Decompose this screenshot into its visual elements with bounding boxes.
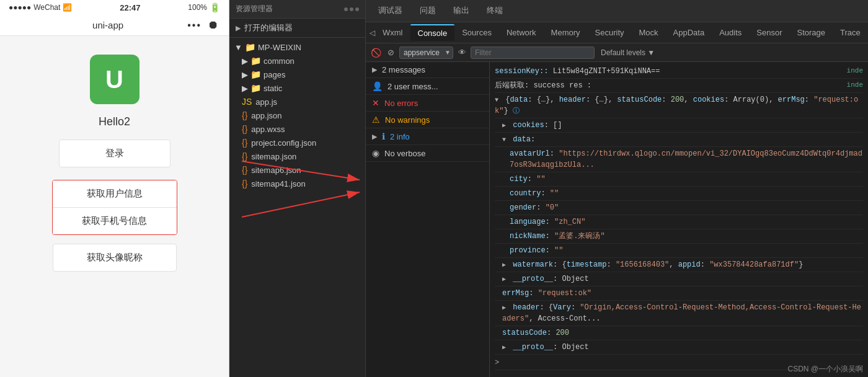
open-editor-section[interactable]: ▶ 打开的编辑器 xyxy=(229,19,365,38)
tab-memory[interactable]: Memory xyxy=(544,25,588,40)
static-folder[interactable]: ▶ 📁 static xyxy=(229,81,365,95)
file-panel-title: 资源管理器 xyxy=(236,4,273,14)
console-line-obj: ▼ {data: {…}, header: {…}, statusCode: 2… xyxy=(495,93,863,118)
tab-problems[interactable]: 问题 xyxy=(412,1,443,21)
console-line-proto2: ▶ __proto__: Object xyxy=(495,340,863,355)
file-panel-header: 资源管理器 xyxy=(229,0,365,19)
watermark-expand-arrow[interactable]: ▶ xyxy=(502,262,506,268)
get-phone-button[interactable]: 获取手机号信息 xyxy=(53,208,177,234)
projectconfig-name: project.config.json xyxy=(251,138,316,148)
msg-label-errors: No errors xyxy=(384,99,418,108)
msg-2messages[interactable]: ▶ 2 messages xyxy=(366,62,489,78)
tab-audits[interactable]: Audits xyxy=(712,25,749,40)
folder-icon-pages: 📁 xyxy=(250,69,261,79)
eye-icon[interactable]: 👁 xyxy=(456,47,468,59)
proto1-expand-arrow[interactable]: ▶ xyxy=(502,276,506,283)
dot-1 xyxy=(344,7,348,11)
sitemap41-file[interactable]: {} sitemap41.json xyxy=(229,177,365,190)
appjs-icon: JS xyxy=(242,97,252,107)
msg-info[interactable]: ▶ ℹ 2 info xyxy=(366,128,489,145)
file-panel-dots xyxy=(344,7,359,11)
msg-label-info: 2 info xyxy=(390,132,410,141)
appjs-file[interactable]: JS app.js xyxy=(229,95,365,109)
console-line-avatarurl: avatarUrl: "https://thirdwx.qlogo.cn/mmo… xyxy=(495,147,863,172)
common-label: common xyxy=(264,56,294,66)
tab-console[interactable]: Console xyxy=(410,24,455,41)
folder-arrow-mp: ▼ xyxy=(234,43,242,52)
tab-appdata[interactable]: AppData xyxy=(666,25,712,40)
console-avatarurl-text: avatarUrl: "https://thirdwx.qlogo.cn/mmo… xyxy=(510,148,863,171)
backend-link[interactable]: inde xyxy=(832,80,863,91)
tab-output[interactable]: 输出 xyxy=(446,1,477,21)
common-folder[interactable]: ▶ 📁 common xyxy=(229,54,365,68)
projectconfig-file[interactable]: {} project.config.json xyxy=(229,136,365,149)
tab-storage[interactable]: Storage xyxy=(790,25,833,40)
warning-icon: ⚠ xyxy=(372,115,380,125)
app-logo: U xyxy=(90,55,140,104)
console-right-panel: sessionKey:: Lit5w84gZNIT+591KqiNNA== in… xyxy=(490,62,868,377)
login-button[interactable]: 登录 xyxy=(59,140,170,167)
appjson-file[interactable]: {} app.json xyxy=(229,109,365,122)
more-icon[interactable]: ••• xyxy=(187,20,202,31)
sitemap41-name: sitemap41.json xyxy=(251,179,305,188)
sessionkey-link[interactable]: inde xyxy=(832,66,863,76)
appservice-select[interactable]: appservice xyxy=(399,47,453,59)
obj-expand-arrow[interactable]: ▼ xyxy=(495,97,498,104)
open-editor-arrow: ▶ xyxy=(236,24,241,32)
data-expand-arrow[interactable]: ▼ xyxy=(502,136,506,143)
get-avatar-button[interactable]: 获取头像昵称 xyxy=(53,244,177,272)
dot-3 xyxy=(355,7,359,11)
get-user-button[interactable]: 获取用户信息 xyxy=(53,180,177,208)
tab-mock[interactable]: Mock xyxy=(632,25,666,40)
filter-input[interactable] xyxy=(471,47,595,59)
header-expand-arrow[interactable]: ▶ xyxy=(502,304,506,311)
tab-wxml[interactable]: Wxml xyxy=(375,25,410,40)
appjs-name: app.js xyxy=(255,97,277,107)
nav-left-icon[interactable]: ◁ xyxy=(370,27,375,39)
phone-title-icons[interactable]: ••• ⏺ xyxy=(187,19,219,32)
sitemap6-file[interactable]: {} sitemap6.json xyxy=(229,163,365,177)
msg-label-user: 2 user mess... xyxy=(388,82,438,91)
proto2-expand-arrow[interactable]: ▶ xyxy=(502,344,506,351)
info-icon: ℹ xyxy=(382,131,385,141)
console-errmsg-text: errMsg: "request:ok" xyxy=(502,288,863,299)
phone-status-right: 100% 🔋 xyxy=(188,2,220,12)
file-tree: ▼ 📁 MP-WEIXIN ▶ 📁 common ▶ 📁 pages ▶ 📁 s… xyxy=(229,38,365,377)
default-levels-dropdown[interactable]: Default levels ▼ xyxy=(597,47,658,58)
tab-sensor[interactable]: Sensor xyxy=(749,25,789,40)
sitemap6-name: sitemap6.json xyxy=(251,166,301,175)
appservice-wrapper: appservice ▼ xyxy=(399,47,453,59)
console-line-cookies: ▶ cookies: [] xyxy=(495,118,863,133)
phone-simulator: ●●●●● WeChat 📶 22:47 100% 🔋 uni-app ••• … xyxy=(0,0,229,377)
phone-status-bar: ●●●●● WeChat 📶 22:47 100% 🔋 xyxy=(0,0,229,15)
tab-sources[interactable]: Sources xyxy=(454,25,499,40)
msg-verbose[interactable]: ◉ No verbose xyxy=(366,145,489,162)
tab-trace[interactable]: Trace xyxy=(833,25,868,40)
console-line-errmsg: errMsg: "request:ok" xyxy=(495,286,863,301)
msg-user[interactable]: 👤 2 user mess... xyxy=(366,78,489,95)
msg-warnings[interactable]: ⚠ No warnings xyxy=(366,112,489,128)
csdn-watermark: CSDN @一个小浪吴啊 xyxy=(787,364,863,375)
console-country-text: country: "" xyxy=(510,188,863,199)
home-icon[interactable]: ⏺ xyxy=(208,19,219,32)
msg-arrow-info: ▶ xyxy=(372,133,377,141)
msg-label-messages: 2 messages xyxy=(382,65,425,74)
console-line-city: city: "" xyxy=(495,172,863,187)
phone-title-bar: uni-app ••• ⏺ xyxy=(0,15,229,36)
sitemap-file[interactable]: {} sitemap.json xyxy=(229,149,365,163)
tab-debugger[interactable]: 调试器 xyxy=(371,1,410,21)
pages-folder[interactable]: ▶ 📁 pages xyxy=(229,68,365,81)
mp-weixin-folder[interactable]: ▼ 📁 MP-WEIXIN xyxy=(229,40,365,54)
phone-status-left: ●●●●● WeChat 📶 xyxy=(9,3,72,12)
sitemap6-icon: {} xyxy=(242,165,247,175)
wechat-label: WeChat xyxy=(33,3,60,12)
tab-terminal[interactable]: 终端 xyxy=(479,1,510,21)
tab-network[interactable]: Network xyxy=(499,25,544,40)
console-cookies-text: ▶ cookies: [] xyxy=(502,120,863,131)
cookies-expand-arrow[interactable]: ▶ xyxy=(502,122,506,129)
clear-console-icon[interactable]: 🚫 xyxy=(370,47,382,59)
msg-errors[interactable]: ✕ No errors xyxy=(366,95,489,112)
filter-icon[interactable]: ⊘ xyxy=(384,47,397,59)
appwxss-file[interactable]: {} app.wxss xyxy=(229,122,365,136)
tab-security[interactable]: Security xyxy=(588,25,632,40)
